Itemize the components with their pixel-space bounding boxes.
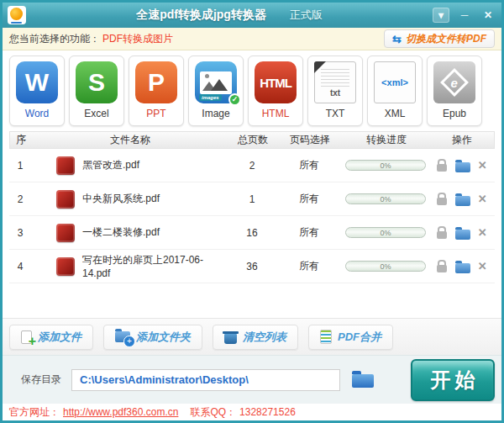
start-button[interactable]: 开始 [411,359,495,401]
pdf-file-icon [56,190,75,209]
table-header: 序 文件名称 总页数 页码选择 转换进度 操作 [9,131,495,149]
col-actions: 操作 [430,133,494,147]
pdf-file-icon [56,156,75,175]
title-bar: 全速pdf转换成jpg转换器 正式版 ▾ ─ ✕ [3,3,501,28]
table-row[interactable]: 2 中央新风系统.pdf 1 所有 0% ✕ [9,182,495,216]
format-card-html[interactable]: HTML HTML [248,56,303,126]
open-folder-icon[interactable] [455,263,470,273]
trash-icon [224,334,237,344]
table-row[interactable]: 1 黑管改造.pdf 2 所有 0% ✕ [9,149,495,182]
page-range[interactable]: 所有 [276,259,342,273]
format-card-image[interactable]: images ✓ Image [188,56,244,126]
page-range[interactable]: 所有 [276,192,342,206]
clear-list-button[interactable]: 清空列表 [213,325,298,350]
col-pagerange: 页码选择 [277,133,343,147]
save-directory-row: 保存目录 开始 [3,355,501,404]
format-selector: W Word S Excel P PPT images ✓ Image HTML… [3,50,501,130]
page-range[interactable]: 所有 [276,225,342,240]
minimize-icon[interactable]: ─ [456,8,473,23]
table-row[interactable]: 4 写在时光的扉页上2017-06-14.pdf 36 所有 0% ✕ [9,250,495,283]
progress-bar: 0% [345,160,426,171]
format-card-ppt[interactable]: P PPT [129,56,184,126]
col-index: 序 [10,133,32,147]
window-controls: ▾ ─ ✕ [433,8,496,23]
progress-bar: 0% [345,227,426,238]
col-progress: 转换进度 [343,133,430,147]
xml-icon: <xml> [374,61,416,103]
app-window: 全速pdf转换成jpg转换器 正式版 ▾ ─ ✕ 您当前选择的功能： PDF转换… [0,0,504,423]
format-card-epub[interactable]: e Epub [427,56,482,126]
word-icon: W [16,61,58,103]
selected-function-label: PDF转换成图片 [102,32,173,46]
footer: 官方网址： http://www.pdf360.com.cn 联系QQ： 132… [3,404,501,420]
txt-icon: txt [314,61,356,103]
save-path-input[interactable] [71,369,340,391]
save-directory-label: 保存目录 [21,373,61,387]
epub-icon: e [433,61,475,103]
page-count: 2 [228,160,276,172]
file-table: 序 文件名称 总页数 页码选择 转换进度 操作 1 黑管改造.pdf 2 所有 … [9,131,495,318]
page-count: 1 [228,193,276,205]
delete-icon[interactable]: ✕ [478,260,487,272]
pdf-merge-button[interactable]: PDF合并 [308,325,393,350]
pdf-file-icon [56,224,75,242]
delete-icon[interactable]: ✕ [478,226,487,239]
notice-label: 您当前选择的功能： [9,32,100,46]
excel-icon: S [76,61,118,103]
progress-bar: 0% [345,261,426,272]
qq-number: 1328271526 [239,406,296,418]
format-card-excel[interactable]: S Excel [69,56,124,126]
progress-bar: 0% [345,193,426,204]
format-card-xml[interactable]: <xml> XML [367,56,423,126]
switch-to-pdf-button[interactable]: ⇆ 切换成文件转PDF [384,29,495,48]
file-name: 中央新风系统.pdf [82,192,160,206]
merge-doc-icon [320,330,332,344]
col-pages: 总页数 [228,133,277,147]
open-folder-icon[interactable] [455,196,470,206]
notice-bar: 您当前选择的功能： PDF转换成图片 ⇆ 切换成文件转PDF [3,28,501,50]
window-title: 全速pdf转换成jpg转换器 [136,8,266,23]
add-folder-button[interactable]: 添加文件夹 [103,325,202,350]
bottom-toolbar: 添加文件 添加文件夹 清空列表 PDF合并 [3,318,501,355]
file-name: 一楼二楼装修.pdf [82,225,160,240]
qq-label: 联系QQ： [190,405,236,420]
browse-folder-button[interactable] [352,371,375,389]
lock-icon[interactable] [437,265,447,272]
edition-badge: 正式版 [290,8,323,23]
lock-icon[interactable] [437,164,447,172]
format-card-txt[interactable]: txt TXT [307,56,363,126]
page-count: 36 [228,261,276,272]
add-file-icon [21,330,32,344]
ppt-icon: P [135,61,177,103]
html-icon: HTML [255,61,297,103]
selected-check-icon: ✓ [228,93,241,106]
open-folder-icon[interactable] [455,230,470,240]
site-url-link[interactable]: http://www.pdf360.com.cn [63,406,178,418]
browse-folder-icon [352,374,374,388]
add-file-button[interactable]: 添加文件 [9,325,93,350]
delete-icon[interactable]: ✕ [478,159,487,172]
swap-arrows-icon: ⇆ [392,33,402,45]
open-folder-icon[interactable] [455,162,470,172]
col-filename: 文件名称 [32,133,228,147]
lock-icon[interactable] [437,231,447,239]
site-label: 官方网址： [9,405,60,420]
image-icon: images ✓ [195,61,237,103]
file-name: 黑管改造.pdf [82,158,139,172]
page-range[interactable]: 所有 [276,158,342,172]
lock-icon[interactable] [437,198,447,205]
table-row[interactable]: 3 一楼二楼装修.pdf 16 所有 0% ✕ [9,216,495,250]
app-logo-icon [8,6,26,24]
format-card-word[interactable]: W Word [9,56,65,126]
page-count: 16 [228,227,276,239]
file-name: 写在时光的扉页上2017-06-14.pdf [82,253,228,279]
images-badge: images [199,94,222,101]
pdf-file-icon [56,257,75,276]
menu-icon[interactable]: ▾ [433,8,449,23]
close-icon[interactable]: ✕ [480,8,496,23]
add-folder-icon [115,331,130,342]
delete-icon[interactable]: ✕ [478,193,487,205]
